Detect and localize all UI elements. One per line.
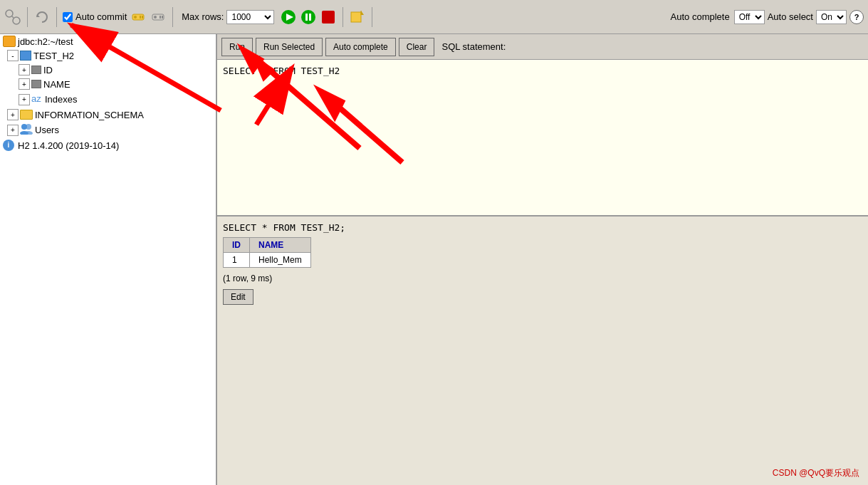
run-selected-button[interactable]: Run Selected — [256, 38, 323, 56]
col-header-name[interactable]: NAME — [250, 238, 311, 253]
results-query: SELECT * FROM TEST_H2; — [223, 222, 862, 233]
indexes-icon: az — [31, 93, 43, 106]
column-name-item[interactable]: + NAME — [0, 77, 216, 91]
svg-point-1 — [13, 17, 20, 24]
results-table: ID NAME 1 Hello_Mem — [223, 237, 311, 268]
info-icon: i — [3, 140, 14, 151]
max-rows-area: Max rows: 1000 100 10000 100000 — [182, 10, 274, 24]
schema-label: INFORMATION_SCHEMA — [35, 110, 144, 120]
sql-toolbar: Run Run Selected Auto complete Clear SQL… — [217, 34, 868, 60]
main-container: jdbc:h2:~/test - TEST_H2 + ID + NAME + a… — [0, 34, 868, 485]
svg-rect-6 — [140, 16, 141, 19]
sidebar: jdbc:h2:~/test - TEST_H2 + ID + NAME + a… — [0, 34, 217, 485]
edit-button[interactable]: Edit — [223, 289, 253, 305]
separator-4 — [343, 7, 343, 27]
rollback-icon[interactable] — [150, 9, 167, 26]
separator-3 — [172, 7, 173, 27]
folder-icon — [20, 110, 33, 120]
svg-point-5 — [134, 16, 137, 19]
version-item: i H2 1.4.200 (2019-10-14) — [0, 138, 216, 152]
column-id-expand-btn[interactable]: + — [19, 64, 30, 75]
table-expand-btn[interactable]: - — [7, 50, 19, 61]
users-label: Users — [35, 125, 59, 135]
svg-rect-11 — [162, 16, 163, 19]
table-row: 1 Hello_Mem — [224, 253, 311, 268]
auto-commit-checkbox[interactable] — [63, 12, 73, 22]
auto-complete-select[interactable]: Off On — [734, 10, 765, 24]
results-info: (1 row, 9 ms) — [223, 273, 862, 283]
auto-select-select[interactable]: On Off — [816, 10, 847, 24]
svg-point-0 — [6, 10, 13, 17]
sql-editor[interactable]: SELECT * FROM TEST_H2 — [217, 60, 868, 217]
col-header-id[interactable]: ID — [224, 238, 250, 253]
auto-complete-label: Auto complete — [671, 11, 730, 22]
cell-id: 1 — [224, 253, 250, 268]
max-rows-select[interactable]: 1000 100 10000 100000 — [226, 10, 274, 24]
run-button[interactable]: Run — [221, 38, 253, 56]
auto-commit-area: Auto commit — [63, 11, 127, 22]
right-panel: Run Run Selected Auto complete Clear SQL… — [217, 34, 868, 485]
auto-commit-label: Auto commit — [75, 11, 127, 22]
results-area: SELECT * FROM TEST_H2; ID NAME 1 Hello_M… — [217, 217, 868, 485]
table-icon — [20, 51, 31, 61]
main-toolbar: Auto commit Max rows: 1000 100 10000 100… — [0, 0, 868, 34]
refresh-icon[interactable] — [33, 9, 51, 26]
indexes-expand-btn[interactable]: + — [19, 94, 30, 105]
auto-complete-area: Auto complete Off On — [671, 10, 765, 24]
table-label: TEST_H2 — [33, 51, 74, 61]
users-icon — [20, 123, 33, 137]
column-name-expand-btn[interactable]: + — [19, 78, 30, 90]
column-id-item[interactable]: + ID — [0, 63, 216, 77]
column-name-label: NAME — [43, 79, 70, 90]
auto-select-label: Auto select — [768, 11, 813, 22]
svg-rect-7 — [142, 16, 143, 19]
clear-button[interactable]: Clear — [399, 38, 435, 56]
column-id-label: ID — [43, 65, 53, 75]
col-icon-id — [31, 66, 41, 74]
svg-rect-10 — [160, 16, 161, 19]
commit-icon[interactable] — [130, 9, 147, 26]
separator-5 — [372, 7, 372, 27]
auto-complete-button[interactable]: Auto complete — [325, 38, 396, 56]
run-play-icon[interactable] — [280, 9, 297, 26]
connection-label: jdbc:h2:~/test — [18, 36, 73, 47]
schema-expand-btn[interactable]: + — [7, 109, 19, 120]
run-pause-icon[interactable] — [300, 9, 317, 26]
max-rows-label: Max rows: — [182, 11, 224, 22]
svg-rect-15 — [305, 14, 308, 21]
watermark: CSDN @QvQ要乐观点 — [773, 467, 859, 479]
col-icon-name — [31, 80, 41, 88]
indexes-label: Indexes — [45, 94, 78, 105]
connect-icon[interactable] — [4, 9, 21, 26]
svg-text:az: az — [31, 93, 41, 104]
table-item-test-h2[interactable]: - TEST_H2 — [0, 48, 216, 63]
auto-select-area: Auto select On Off — [768, 10, 847, 24]
svg-point-9 — [154, 16, 157, 19]
sql-content: SELECT * FROM TEST_H2 — [223, 66, 340, 76]
svg-point-14 — [301, 10, 315, 24]
svg-rect-16 — [309, 14, 311, 21]
export-icon[interactable] — [349, 9, 366, 26]
help-icon[interactable]: ? — [849, 10, 864, 24]
version-label: H2 1.4.200 (2019-10-14) — [18, 140, 119, 151]
svg-marker-19 — [361, 11, 364, 15]
svg-line-2 — [12, 16, 14, 18]
cell-name: Hello_Mem — [250, 253, 311, 268]
svg-point-23 — [26, 124, 31, 130]
svg-rect-18 — [351, 12, 361, 22]
indexes-item[interactable]: + az Indexes — [0, 91, 216, 108]
separator-1 — [27, 7, 28, 27]
connection-item[interactable]: jdbc:h2:~/test — [0, 34, 216, 48]
users-expand-btn[interactable]: + — [7, 125, 19, 136]
db-icon — [3, 36, 16, 47]
sql-statement-label: SQL statement: — [441, 41, 506, 52]
users-item[interactable]: + Users — [0, 122, 216, 138]
svg-rect-17 — [322, 11, 335, 24]
separator-2 — [56, 7, 57, 27]
schema-item[interactable]: + INFORMATION_SCHEMA — [0, 108, 216, 122]
stop-icon[interactable] — [320, 9, 337, 26]
